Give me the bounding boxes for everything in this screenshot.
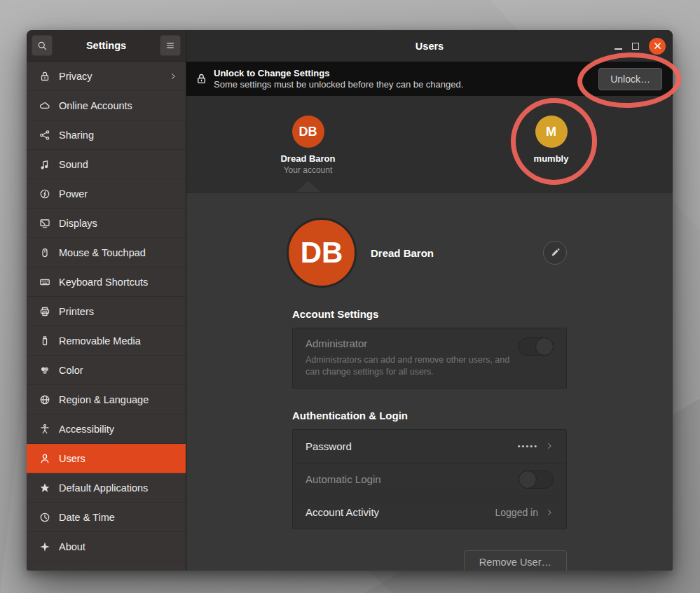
globe-icon [39, 394, 50, 405]
sidebar-item-label: Keyboard Shortcuts [59, 277, 177, 288]
sidebar-item-label: Users [59, 453, 177, 464]
sidebar-item-online-accounts[interactable]: Online Accounts [27, 91, 186, 120]
accessibility-icon [39, 424, 50, 435]
printer-icon [39, 306, 50, 317]
color-icon [39, 365, 50, 376]
toggle-knob [519, 470, 537, 489]
profile-row: DB Dread Baron [292, 218, 567, 288]
carousel-user-mumbly[interactable]: M mumbly [430, 96, 673, 192]
sidebar-item-label: Sound [59, 159, 177, 170]
edit-name-button[interactable] [543, 241, 567, 265]
automatic-login-label: Automatic Login [306, 473, 519, 485]
password-value: ••••• [518, 442, 538, 450]
sidebar-item-label: Power [59, 188, 177, 200]
user-carousel: DB Dread Baron Your account M mumbly [186, 96, 673, 193]
chevron-right-icon [169, 72, 177, 81]
sparkle-icon [39, 541, 50, 552]
sidebar-item-label: Printers [59, 306, 177, 317]
cloud-icon [39, 100, 50, 111]
music-note-icon [39, 159, 50, 170]
minimize-button[interactable] [615, 42, 622, 50]
sidebar: Settings Privacy Online Accounts S [27, 30, 186, 571]
sidebar-list: Privacy Online Accounts Sharing Sound [27, 62, 186, 571]
sidebar-item-users[interactable]: Users [27, 444, 186, 473]
password-row[interactable]: Password ••••• [293, 430, 566, 463]
hamburger-icon [165, 41, 175, 50]
administrator-toggle[interactable] [519, 337, 554, 356]
sidebar-item-date-time[interactable]: Date & Time [27, 503, 186, 532]
sidebar-item-sharing[interactable]: Sharing [27, 120, 186, 150]
sidebar-item-label: Accessibility [59, 424, 177, 435]
keyboard-icon [39, 277, 50, 288]
close-button[interactable] [649, 38, 666, 55]
footer-row: Remove User… [292, 550, 567, 571]
sidebar-item-region-language[interactable]: Region & Language [27, 385, 186, 414]
sidebar-item-about[interactable]: About [27, 532, 186, 561]
sidebar-item-sound[interactable]: Sound [27, 150, 186, 179]
window-controls [615, 38, 666, 55]
clock-icon [39, 512, 50, 523]
avatar: M [535, 116, 568, 148]
sidebar-item-removable-media[interactable]: Removable Media [27, 326, 186, 356]
carousel-user-name: Dread Baron [280, 153, 335, 164]
account-activity-value: Logged in [495, 507, 538, 518]
carousel-user-name: mumbly [534, 153, 569, 164]
sidebar-item-power[interactable]: Power [27, 179, 186, 209]
unlock-button[interactable]: Unlock… [598, 68, 662, 90]
profile-name: Dread Baron [371, 247, 434, 259]
sidebar-item-label: Displays [59, 218, 177, 229]
automatic-login-toggle[interactable] [519, 470, 554, 489]
carousel-user-dread-baron[interactable]: DB Dread Baron Your account [186, 96, 430, 192]
password-label: Password [306, 440, 518, 452]
star-icon [39, 482, 50, 494]
chevron-right-icon [545, 442, 554, 450]
settings-window: Settings Privacy Online Accounts S [27, 30, 673, 571]
unlock-banner-subtitle: Some settings must be unlocked before th… [214, 79, 598, 90]
account-settings-heading: Account Settings [292, 308, 567, 320]
maximize-button[interactable] [632, 43, 639, 50]
desktop: Settings Privacy Online Accounts S [0, 0, 700, 593]
avatar: DB [292, 116, 324, 148]
lock-icon [195, 73, 207, 85]
pencil-icon [550, 248, 561, 258]
sidebar-item-label: Region & Language [59, 394, 177, 405]
sidebar-header: Settings [27, 30, 186, 62]
lock-icon [39, 71, 50, 82]
sidebar-item-default-applications[interactable]: Default Applications [27, 473, 186, 503]
sidebar-item-accessibility[interactable]: Accessibility [27, 414, 186, 444]
toggle-knob [535, 337, 554, 356]
sidebar-item-mouse-touchpad[interactable]: Mouse & Touchpad [27, 238, 186, 267]
sidebar-item-label: Mouse & Touchpad [59, 247, 177, 258]
display-icon [39, 218, 50, 229]
selected-user-arrow [296, 181, 320, 192]
carousel-user-subtitle: Your account [284, 165, 333, 175]
administrator-description: Administrators can add and remove other … [306, 354, 516, 378]
mouse-icon [39, 247, 50, 258]
auth-login-card: Password ••••• Automatic Login Account A… [292, 429, 567, 529]
sidebar-item-label: About [59, 541, 177, 552]
sidebar-item-keyboard-shortcuts[interactable]: Keyboard Shortcuts [27, 267, 186, 297]
unlock-banner: Unlock to Change Settings Some settings … [186, 62, 673, 96]
sidebar-item-label: Default Applications [59, 482, 177, 494]
sidebar-item-displays[interactable]: Displays [27, 209, 186, 238]
remove-user-button[interactable]: Remove User… [464, 550, 567, 571]
account-activity-row[interactable]: Account Activity Logged in [293, 496, 566, 529]
unlock-banner-text: Unlock to Change Settings Some settings … [214, 68, 598, 90]
sidebar-item-label: Date & Time [59, 512, 177, 523]
account-activity-label: Account Activity [306, 506, 495, 518]
sidebar-item-printers[interactable]: Printers [27, 297, 186, 326]
titlebar[interactable]: Users [186, 30, 673, 62]
search-icon [37, 41, 48, 51]
removable-media-icon [39, 335, 50, 347]
administrator-label: Administrator [306, 337, 554, 349]
menu-button[interactable] [160, 35, 181, 56]
sidebar-item-privacy[interactable]: Privacy [27, 62, 186, 91]
user-panel: DB Dread Baron Account Settings Administ… [186, 193, 673, 571]
search-button[interactable] [32, 35, 53, 56]
close-icon [654, 42, 661, 50]
power-icon [39, 188, 50, 200]
profile-avatar[interactable]: DB [287, 218, 357, 288]
sidebar-item-color[interactable]: Color [27, 356, 186, 385]
unlock-banner-title: Unlock to Change Settings [214, 68, 598, 78]
users-icon [39, 453, 50, 464]
